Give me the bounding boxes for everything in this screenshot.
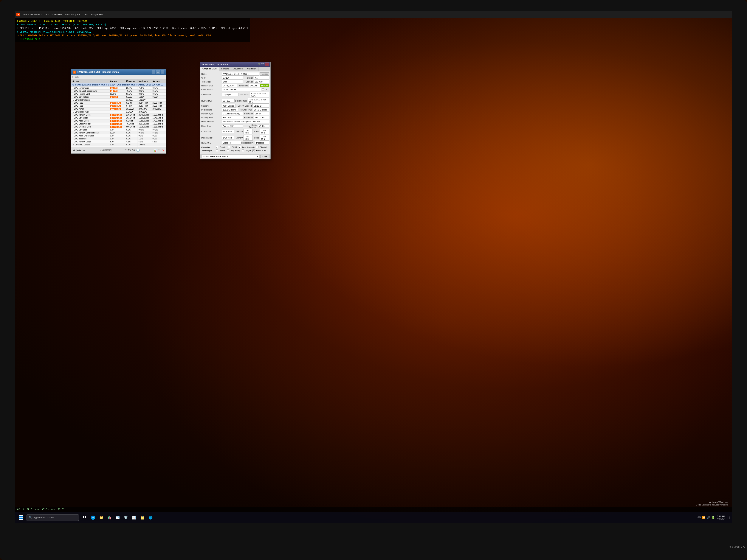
screen: F Geek3D FurMark v1.38.1.0 – 184FPS, GPU… (15, 11, 732, 523)
sensor-current: 2,358 RPM (109, 105, 125, 108)
svg-rect-0 (83, 516, 84, 518)
hwinfo-sensor-row: ▷ GPU D3D Usages 0.0% 0.0% 100.0% (71, 143, 166, 146)
gpuz-row-driverdate: Driver Date Apr 11, 2024 Digital Signatu… (201, 124, 269, 128)
gpuz-menu-icon[interactable]: ≡ (263, 62, 264, 66)
taskbar-icon-chrome[interactable]: 🌐 (147, 514, 154, 522)
gpuz-content: Name NVIDIA GeForce RTX 3060 Ti Lookup G… (200, 71, 271, 154)
tray-network-icon[interactable]: 📶 (702, 516, 705, 519)
gpuz-gpu-select[interactable]: NVIDIA GeForce RTX 3060 Ti (201, 155, 259, 158)
furmark-icon: F (17, 13, 20, 17)
hwinfo-stop-icon[interactable]: ✕ (162, 149, 164, 152)
taskbar-icon-edge[interactable]: e (89, 514, 97, 522)
hwinfo-minimize-btn[interactable]: ─ (152, 70, 155, 74)
tray-up-arrow[interactable]: ⌃ (694, 516, 696, 519)
hwinfo-titlebar-left: H HWiNFO64 v8.00-5400 - Sensors Status (73, 71, 119, 74)
sensor-min: 83.0°C (125, 92, 137, 96)
show-desktop-btn[interactable]: ▌ (727, 516, 730, 518)
edge-icon: e (91, 515, 95, 520)
gpuz-raytracing-checkbox: ✓ (227, 150, 229, 152)
sensor-name: GPU Temperature (71, 87, 109, 89)
sensor-name: GPU Memory Controller Load (71, 131, 109, 134)
gpuz-close-button[interactable]: Close (260, 155, 269, 158)
gpuz-value-bios: 94.04.38.40.83 (222, 88, 261, 91)
gpuz-camera-icon[interactable]: 📷 (258, 62, 260, 66)
sensor-current: 0.0% (109, 137, 125, 140)
taskbar-icon-explorer[interactable]: 📁 (98, 514, 105, 522)
start-icon-sq-4 (21, 518, 23, 519)
sensor-name: GPU Fan2 (71, 105, 109, 108)
sensor-max: 12.131V (137, 99, 151, 102)
sensor-avg: 0.0% (151, 137, 166, 140)
gpuz-subvalue-die: 392 mm² (254, 80, 269, 83)
hwinfo-maximize-btn[interactable]: □ (156, 70, 160, 74)
sensor-avg: 68.8°C (151, 87, 166, 89)
taskbar-icon-taskview[interactable] (81, 514, 88, 522)
hwinfo-next-icon[interactable]: ▶▶ (77, 149, 81, 152)
search-bar[interactable]: 🔍 Type here to search (27, 514, 79, 521)
gpuz-tech-row: Technologies ✓ Vulkan ✓ Ray Tracing ✓ Ph… (201, 149, 269, 152)
gpu-group-header: GPU [#0]: NVIDIA GeForce RTX 3060 Ti: GI… (71, 83, 166, 87)
gpuz-tab-sensors[interactable]: Sensors (219, 67, 231, 71)
gpuz-opencl-label: OpenCL (220, 146, 227, 149)
hwinfo-prev-icon[interactable]: ◀ (73, 149, 75, 152)
col-maximum: Maximum (137, 80, 151, 83)
gpuz-sublabel-defmem: Memory (234, 137, 243, 139)
hwinfo-sensor-row: GPU Memory Controller Load 92.0% 0.0% 95… (71, 131, 166, 134)
gpuz-label-driver: Driver Version (201, 121, 222, 123)
hwinfo-nav-icons: ◀ ▶▶ ▲ (73, 149, 85, 152)
taskbar-icon-hwinfo[interactable]: 📊 (130, 514, 138, 522)
gpuz-tab-advanced[interactable]: Advanced (231, 67, 245, 71)
gpuz-tab-graphics-card[interactable]: Graphics Card (200, 67, 219, 71)
hwinfo-table-scroll[interactable]: Sensor Current Minimum Maximum Average G… (71, 80, 166, 147)
sensor-avg (151, 99, 166, 102)
tray-volume-icon[interactable]: 🔊 (707, 516, 710, 519)
gpuz-raytracing-label: Ray Tracing (230, 150, 240, 152)
hwinfo-table-header: Sensor Current Minimum Maximum Average (71, 80, 166, 83)
sensor-min: 0.6MHz (125, 119, 137, 123)
sensor-max: 100.0% (137, 143, 151, 146)
gpuz-refresh-icon[interactable]: ↻ (261, 62, 263, 66)
sensor-name: ▷ GPU Rail Powers (71, 110, 109, 113)
hwinfo-sensor-row: GPU Effective Clock 1,547.7 MHz 70.9MHz … (71, 123, 166, 126)
hwinfo-up-icon[interactable]: ▲ (82, 149, 85, 152)
sensor-avg: 5.8% (151, 140, 166, 143)
gpuz-extralabel-boost: Boost (253, 131, 260, 133)
hwinfo-refresh-icon[interactable]: ↻ (158, 149, 161, 152)
start-button[interactable] (17, 513, 25, 522)
taskbar-icon-store[interactable]: 🛍️ (106, 514, 113, 522)
gpuz-close-btn[interactable]: ✕ (265, 62, 269, 66)
hwinfo-sensor-row: GPU Video Clock 1,365.0 MHz 0.6MHz 1,785… (71, 119, 166, 123)
gpu-status-text: GPU 1: 69°C (min: 33°C - max: 71°C) (17, 508, 65, 511)
start-icon-sq-1 (19, 516, 21, 517)
taskbar-icon-files[interactable]: 🗂️ (138, 514, 146, 522)
hwinfo-chart-icon[interactable]: 📊 (154, 149, 157, 152)
gpuz-cuda-label: CUDA (232, 146, 237, 149)
sensor-avg: 1,409.0 MHz (151, 119, 166, 123)
sensor-avg: 84.8% (151, 131, 166, 134)
gpuz-lookup-button[interactable]: Lookup (260, 73, 269, 76)
sensor-current: 1,547.7 MHz (109, 123, 125, 126)
furmark-line-2: Frames:1364680 - time:92:13:85 - FPS:184… (17, 23, 248, 27)
gpuz-sublabel-mem: Memory (234, 131, 243, 133)
gpuz-label-bios: BIOS Version (201, 88, 222, 91)
gpuz-window-buttons: 📷 ↻ ≡ ✕ (258, 62, 269, 66)
gpuz-row-gpuclock: GPU Clock 1410 MHz Memory 1750 MHz Boost… (201, 129, 269, 134)
gpuz-sublabel-revision: Revision (243, 77, 254, 79)
hwinfo-taskbar-icon: 📊 (132, 515, 136, 520)
sensor-min: 0.562V (125, 96, 137, 99)
hwinfo-sensor-row: GPU Memory Usage 5.9% 4.1% 6.1% 5.8% (71, 140, 166, 143)
taskbar-icon-defender[interactable]: 🛡️ (122, 514, 130, 522)
sensor-current: 205.465 W (109, 108, 125, 110)
taskbar-icon-mail[interactable]: ✉️ (114, 514, 121, 522)
clock[interactable]: 7:29 AM 4/24/2024 (717, 515, 725, 520)
taskbar-app-icons: e 📁 🛍️ ✉️ 🛡️ 📊 🗂️ (81, 514, 154, 522)
gpuz-tab-validation[interactable]: Validation (245, 67, 259, 71)
search-placeholder: Type here to search (34, 516, 54, 519)
sensor-current (109, 99, 125, 102)
gpuz-extralabel-defboost: Boost (253, 137, 260, 139)
hwinfo-close-btn[interactable]: ✕ (161, 70, 164, 74)
gpuz-subvalue-buswidth: 256 bit (254, 112, 269, 115)
sensor-max: 1.081V (137, 96, 151, 99)
gpuz-value-gpuclock: 1410 MHz (222, 130, 234, 133)
hwinfo-sensor-row: GPU Power 205.465 W 15.222W 208.779W 202… (71, 108, 166, 110)
